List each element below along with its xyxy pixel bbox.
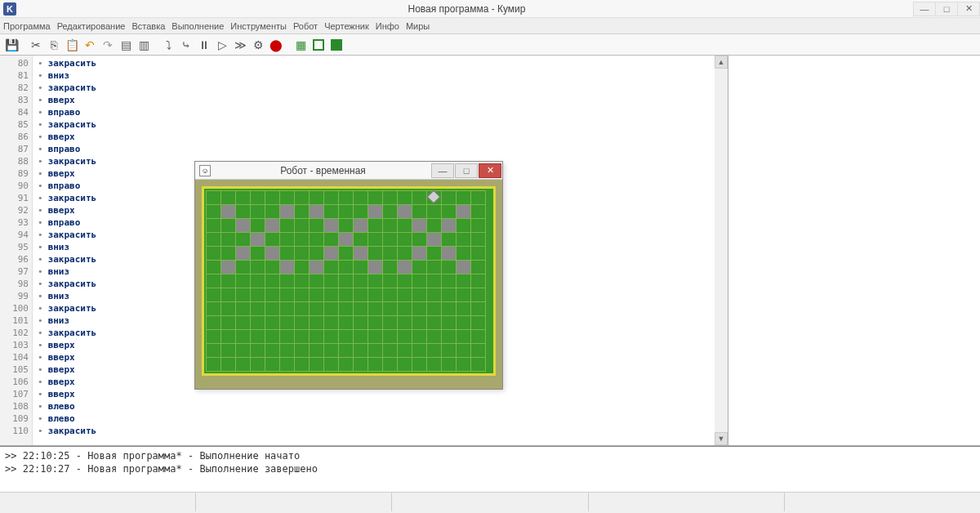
output-console[interactable]: >> 22:10:25 - Новая программа* - Выполне… [0,446,980,492]
menu-item[interactable]: Робот [293,21,318,31]
step-in-icon[interactable]: ⤵ [160,37,176,53]
fill-icon[interactable] [328,37,345,53]
grid-cell [295,316,310,330]
grid-cell [442,274,457,288]
grid-cell [295,233,310,247]
close-button[interactable]: ✕ [957,2,980,16]
redo-icon[interactable]: ↷ [100,37,116,53]
grid-cell [339,261,354,274]
grid-cell [471,205,486,219]
minimize-button[interactable]: — [913,2,936,16]
paste-icon[interactable]: 📋 [64,37,80,53]
menu-item[interactable]: Чертежник [324,21,369,31]
grid-cell [412,233,427,247]
grid-cell [295,330,310,344]
scroll-up-icon[interactable]: ▲ [715,56,728,69]
grid-cell [442,233,457,247]
grid-icon[interactable]: ▦ [292,37,309,53]
code-line[interactable]: •вправо [38,143,710,155]
grid-cell [471,247,486,261]
grid-cell [310,233,324,247]
grid-cell [265,302,280,316]
grid-cell [265,316,280,330]
menu-item[interactable]: Вставка [131,21,165,31]
grid-cell [427,302,442,316]
grid-cell [354,288,368,302]
menu-item[interactable]: Инструменты [230,21,287,31]
grid-cell [236,261,251,274]
grid-cell [280,274,295,288]
maximize-button[interactable]: □ [935,2,958,16]
grid-cell [207,344,221,358]
editor-scrollbar[interactable]: ▲ ▼ [715,56,728,445]
run-fast-icon[interactable]: ≫ [232,37,248,53]
grid-cell [457,247,471,261]
grid-cell [324,274,339,288]
grid-cell [324,358,339,372]
robot-close-button[interactable]: ✕ [479,163,501,178]
grid-cell [383,358,398,372]
menu-item[interactable]: Программа [3,21,51,31]
menu-item[interactable]: Редактирование [57,21,126,31]
grid-cell [383,219,398,233]
code-line[interactable]: •вверх [38,94,710,106]
code-line[interactable]: •влево [38,413,710,425]
copy-icon[interactable]: ⎘ [46,37,62,53]
grid-cell [295,219,310,233]
robot-window[interactable]: ☺ Робот - временная — □ ✕ [194,161,503,390]
grid-cell [251,219,265,233]
doc2-icon[interactable]: ▥ [136,37,152,53]
grid-cell [383,288,398,302]
grid-cell [295,191,310,205]
code-line[interactable]: •закрасить [38,57,710,69]
robot-maximize-button[interactable]: □ [455,163,478,178]
grid-cell [339,316,354,330]
settings-icon[interactable]: ⚙ [250,37,266,53]
code-line[interactable]: •вправо [38,106,710,118]
grid-cell [471,288,486,302]
grid-cell [221,274,236,288]
code-line[interactable]: •влево [38,400,710,413]
grid-cell [280,191,295,205]
grid-cell [354,358,368,372]
pause-icon[interactable]: ⏸ [196,37,212,53]
grid-cell [207,330,221,344]
grid-cell [457,330,471,344]
robot-titlebar[interactable]: ☺ Робот - временная — □ ✕ [195,162,502,180]
grid-cell [265,261,280,274]
grid-cell [427,344,442,358]
grid-cell [339,191,354,205]
step-over-icon[interactable]: ⤷ [178,37,194,53]
code-line[interactable]: •закрасить [38,425,710,437]
grid-cell [251,247,265,261]
scroll-down-icon[interactable]: ▼ [715,432,728,445]
undo-icon[interactable]: ↶ [82,37,98,53]
code-line[interactable]: •вниз [38,69,710,82]
run-icon[interactable]: ▷ [214,37,230,53]
panel-icon[interactable] [310,37,327,53]
grid-cell [295,261,310,274]
save-icon[interactable]: 💾 [3,37,20,53]
code-line[interactable]: •закрасить [38,118,710,131]
doc1-icon[interactable]: ▤ [118,37,134,53]
menu-item[interactable]: Выполнение [172,21,224,31]
grid-cell [383,261,398,274]
code-line[interactable]: •вверх [38,131,710,143]
grid-cell [354,191,368,205]
menu-item[interactable]: Миры [406,21,430,31]
grid-cell [265,330,280,344]
grid-cell [207,191,221,205]
menu-item[interactable]: Инфо [376,21,399,31]
robot-minimize-button[interactable]: — [431,163,454,178]
code-line[interactable]: •закрасить [38,82,710,94]
grid-cell [310,274,324,288]
grid-cell [207,205,221,219]
code-line[interactable]: •вверх [38,388,710,400]
grid-cell [236,316,251,330]
grid-cell [457,316,471,330]
stop-icon[interactable]: ⬤ [268,37,284,53]
grid-cell [412,358,427,372]
grid-cell [280,302,295,316]
cut-icon[interactable]: ✂ [28,37,44,53]
grid-cell [354,219,368,233]
